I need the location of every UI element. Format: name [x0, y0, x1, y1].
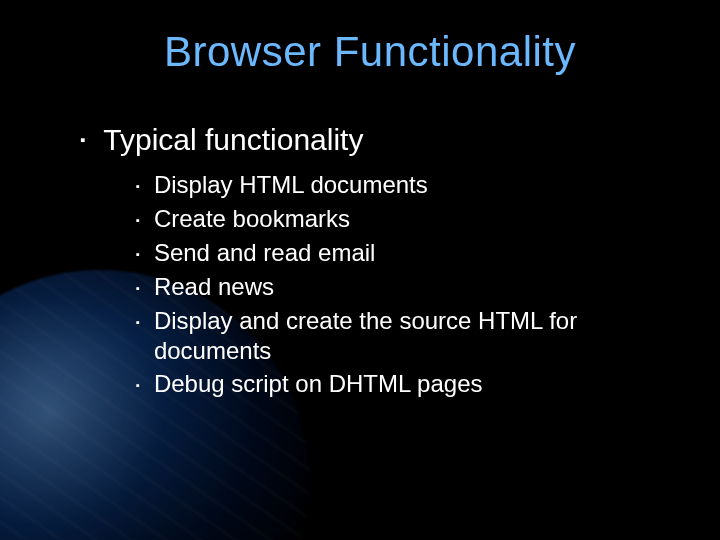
item-text: Display and create the source HTML for d… [154, 306, 664, 366]
item-text: Create bookmarks [154, 204, 350, 234]
item-text: Debug script on DHTML pages [154, 369, 483, 399]
list-item: ▪ Typical functionality [80, 122, 670, 158]
square-bullet-icon: ▪ [136, 307, 140, 337]
slide: Browser Functionality ▪ Typical function… [0, 0, 720, 540]
slide-title: Browser Functionality [70, 28, 670, 76]
square-bullet-icon: ▪ [136, 370, 140, 400]
square-bullet-icon: ▪ [136, 273, 140, 303]
list-item: ▪ Display and create the source HTML for… [136, 306, 670, 366]
slide-content: Browser Functionality ▪ Typical function… [0, 0, 720, 400]
list-item: ▪ Send and read email [136, 238, 670, 269]
square-bullet-icon: ▪ [136, 205, 140, 235]
list-item: ▪ Display HTML documents [136, 170, 670, 201]
item-text: Read news [154, 272, 274, 302]
list-item: ▪ Read news [136, 272, 670, 303]
heading-text: Typical functionality [103, 122, 363, 158]
item-text: Send and read email [154, 238, 375, 268]
square-bullet-icon: ▪ [136, 239, 140, 269]
sub-list: ▪ Display HTML documents ▪ Create bookma… [136, 170, 670, 400]
item-text: Display HTML documents [154, 170, 428, 200]
list-item: ▪ Create bookmarks [136, 204, 670, 235]
square-bullet-icon: ▪ [136, 171, 140, 201]
list-item: ▪ Debug script on DHTML pages [136, 369, 670, 400]
square-bullet-icon: ▪ [80, 122, 85, 158]
